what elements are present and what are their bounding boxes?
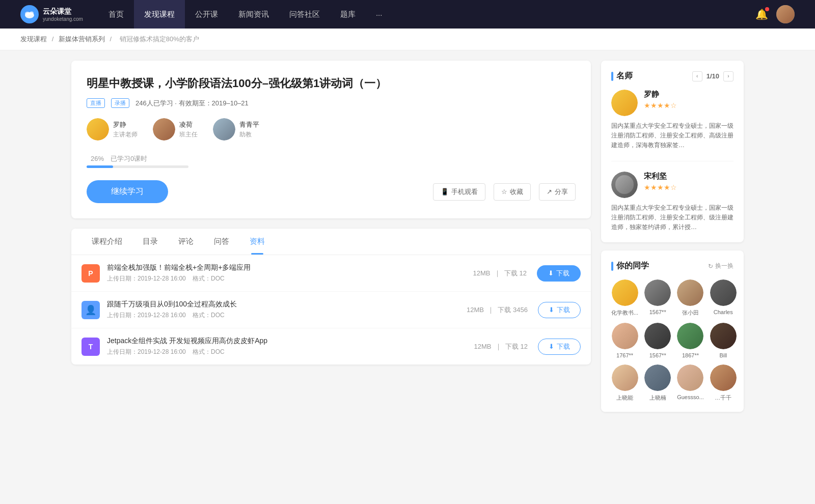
classmate-2[interactable]: 1567** xyxy=(644,279,671,317)
classmate-10-name: 上晓楠 xyxy=(649,394,666,402)
nav-item-···[interactable]: ··· xyxy=(366,0,393,29)
share-button[interactable]: ↗ 分享 xyxy=(539,183,576,201)
refresh-icon: ↻ xyxy=(708,263,713,270)
teacher-1-role: 主讲老师 xyxy=(113,130,138,139)
classmate-11-avatar xyxy=(677,365,703,391)
file-name-3: Jetpack全组件实战 开发短视频应用高仿皮皮虾App xyxy=(107,337,474,346)
teacher-right-2: 宋利坚 ★★★★☆ 国内某重点大学安全工程专业硕士，国家一级注册消防工程师、注册… xyxy=(611,172,734,233)
file-item-1: P 前端全栈加强版！前端全栈+全周期+多端应用 上传日期：2019-12-28 … xyxy=(71,255,591,292)
navbar: 云朵课堂 yundoketang.com 首页发现课程公开课新闻资讯问答社区题库… xyxy=(0,0,815,29)
progress-percent: 26% 已学习0课时 xyxy=(87,153,576,163)
teacher-3-avatar xyxy=(213,118,235,141)
tab-review[interactable]: 评论 xyxy=(168,229,204,255)
refresh-classmates-button[interactable]: ↻ 换一换 xyxy=(708,262,734,270)
logo-main-text: 云朵课堂 xyxy=(43,7,83,16)
classmate-7-name: 1867** xyxy=(682,352,699,358)
nav-item-公开课[interactable]: 公开课 xyxy=(185,0,228,29)
nav-item-发现课程[interactable]: 发现课程 xyxy=(134,0,185,29)
tab-qa[interactable]: 问答 xyxy=(204,229,239,255)
teacher-right-1-name: 罗静 xyxy=(644,90,677,99)
classmates-label: 你的同学 xyxy=(616,261,649,271)
notification-bell[interactable]: 🔔 xyxy=(755,8,768,20)
teacher-1-name: 罗静 xyxy=(113,120,138,129)
refresh-label: 换一换 xyxy=(715,262,734,270)
logo-sub-text: yundoketang.com xyxy=(43,16,83,22)
mobile-icon: 📱 xyxy=(441,188,449,195)
teacher-2-info: 凌荷 班主任 xyxy=(179,120,198,139)
classmate-3[interactable]: 张小田 xyxy=(677,279,704,317)
classmate-2-name: 1567** xyxy=(649,309,666,315)
download-icon-2: ⬇ xyxy=(549,306,554,314)
classmate-12[interactable]: …千千 xyxy=(710,365,737,402)
classmates-panel: 你的同学 ↻ 换一换 化学教书... 156 xyxy=(601,250,744,412)
nav-item-问答社区[interactable]: 问答社区 xyxy=(279,0,330,29)
file-item-3: T Jetpack全组件实战 开发短视频应用高仿皮皮虾App 上传日期：2019… xyxy=(71,328,591,365)
classmate-8[interactable]: Bill xyxy=(710,323,737,358)
classmate-4[interactable]: Charles xyxy=(710,279,737,317)
teacher-1-avatar xyxy=(87,118,109,141)
right-panel: 名师 ‹ 1/10 › 罗静 ★★★★☆ xyxy=(601,61,744,420)
progress-bar-fill xyxy=(87,165,113,168)
classmate-5[interactable]: 1767** xyxy=(611,323,638,358)
continue-study-button[interactable]: 继续学习 xyxy=(87,180,168,203)
classmate-3-avatar xyxy=(677,279,703,306)
teacher-1-info: 罗静 主讲老师 xyxy=(113,120,138,139)
classmate-7[interactable]: 1867** xyxy=(677,323,704,358)
download-icon-3: ⬇ xyxy=(549,343,554,350)
tab-intro[interactable]: 课程介绍 xyxy=(82,229,132,255)
svg-point-1 xyxy=(25,12,30,16)
classmate-10[interactable]: 上晓楠 xyxy=(644,365,671,402)
classmate-7-avatar xyxy=(677,323,703,349)
nav-item-首页[interactable]: 首页 xyxy=(98,0,134,29)
classmate-1[interactable]: 化学教书... xyxy=(611,279,638,317)
breadcrumb-link-2[interactable]: 新媒体营销系列 xyxy=(59,35,105,43)
tab-resources[interactable]: 资料 xyxy=(239,229,275,255)
teachers-row: 罗静 主讲老师 凌荷 班主任 xyxy=(87,118,576,141)
teacher-panel-title: 名师 ‹ 1/10 › xyxy=(611,71,734,81)
teacher-page-info: 1/10 xyxy=(707,72,719,80)
collect-label: 收藏 xyxy=(510,187,523,197)
download-button-1[interactable]: ⬇ 下载 xyxy=(537,265,581,282)
classmate-6[interactable]: 1567** xyxy=(644,323,671,358)
download-button-2[interactable]: ⬇ 下载 xyxy=(538,302,581,318)
breadcrumb-link-1[interactable]: 发现课程 xyxy=(20,35,47,43)
classmate-12-avatar xyxy=(710,365,737,391)
download-button-3[interactable]: ⬇ 下载 xyxy=(538,339,581,355)
course-stats: 246人已学习 · 有效期至：2019–10–21 xyxy=(135,99,249,108)
classmate-5-avatar xyxy=(612,323,638,349)
action-buttons: 📱 手机观看 ☆ 收藏 ↗ 分享 xyxy=(433,183,576,201)
classmate-9[interactable]: 上晓能 xyxy=(611,365,638,402)
progress-bar-bg xyxy=(87,165,188,168)
classmate-11-name: Guessso... xyxy=(677,394,704,400)
notification-dot xyxy=(765,7,769,11)
breadcrumb: 发现课程 / 新媒体营销系列 / 销冠修炼术搞定80%的客户 xyxy=(0,29,815,50)
collect-button[interactable]: ☆ 收藏 xyxy=(494,183,531,201)
teacher-next-button[interactable]: › xyxy=(723,71,734,81)
classmate-9-name: 上晓能 xyxy=(616,394,633,402)
course-actions: 继续学习 📱 手机观看 ☆ 收藏 ↗ 分享 xyxy=(87,180,576,203)
file-stats-2: 12MB ｜ 下载 3456 xyxy=(467,305,528,315)
teacher-right-2-header: 宋利坚 ★★★★☆ xyxy=(611,172,734,198)
nav-item-新闻资讯[interactable]: 新闻资讯 xyxy=(228,0,279,29)
file-meta-1: 上传日期：2019-12-28 16:00 格式：DOC xyxy=(107,274,473,283)
logo[interactable]: 云朵课堂 yundoketang.com xyxy=(20,5,83,23)
classmate-12-name: …千千 xyxy=(715,394,731,402)
svg-point-2 xyxy=(30,12,34,15)
teacher-right-1-avatar xyxy=(611,90,638,116)
teacher-prev-button[interactable]: ‹ xyxy=(692,71,702,81)
classmate-8-name: Bill xyxy=(719,352,727,358)
tab-catalog[interactable]: 目录 xyxy=(132,229,168,255)
file-item-2: 👤 跟随千万级项目从0到100全过程高效成长 上传日期：2019-12-28 1… xyxy=(71,292,591,328)
mobile-watch-button[interactable]: 📱 手机观看 xyxy=(433,183,485,201)
user-avatar-nav[interactable] xyxy=(776,5,795,23)
teacher-page-nav: ‹ 1/10 › xyxy=(692,71,734,81)
classmate-10-avatar xyxy=(644,365,671,391)
file-info-3: Jetpack全组件实战 开发短视频应用高仿皮皮虾App 上传日期：2019-1… xyxy=(107,337,474,356)
teacher-right-1-stars: ★★★★☆ xyxy=(644,101,677,109)
classmate-11[interactable]: Guessso... xyxy=(677,365,704,402)
nav-item-题库[interactable]: 题库 xyxy=(330,0,366,29)
left-panel: 明星中教授课，小学阶段语法100分–强化级第1讲动词（一） 直播 录播 246人… xyxy=(71,61,591,420)
progress-label: 已学习0课时 xyxy=(111,155,147,162)
logo-text-block: 云朵课堂 yundoketang.com xyxy=(43,7,83,22)
share-icon: ↗ xyxy=(547,188,552,195)
